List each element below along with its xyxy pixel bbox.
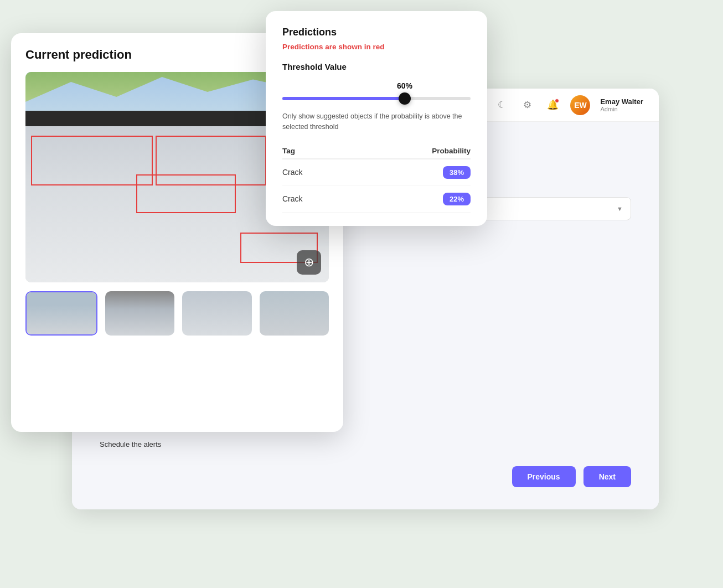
slider-value: 60% (397, 81, 412, 90)
user-role: Admin (600, 106, 617, 112)
table-row: Crack 22% (282, 185, 471, 212)
predictions-table: Tag Probability Crack 38% Crack 22% (282, 143, 471, 213)
table-row: Crack 38% (282, 159, 471, 186)
row-1-tag: Crack (282, 159, 347, 186)
user-name: Emay Walter (600, 97, 643, 106)
prob-badge-2: 22% (443, 193, 471, 205)
next-button[interactable]: Next (583, 466, 631, 487)
threshold-label: Threshold Value (282, 62, 471, 71)
row-2-probability: 22% (347, 185, 471, 212)
popup-title: Predictions (282, 27, 471, 38)
col-tag: Tag (282, 143, 347, 159)
col-probability: Probability (347, 143, 471, 159)
avatar[interactable]: EW (570, 95, 590, 115)
slider-fill (282, 97, 405, 100)
bbox-3 (136, 174, 236, 213)
settings-icon[interactable]: ⚙ (519, 97, 535, 113)
popup-subtitle: Predictions are shown in red (282, 43, 471, 51)
subclass-chevron-icon: ▼ (617, 205, 623, 212)
slider-thumb[interactable] (399, 92, 411, 105)
notification-icon[interactable]: 🔔 (545, 97, 560, 113)
popup-hint: Only show suggested objects if the proba… (282, 111, 471, 132)
popup-subtitle-prefix: Predictions are shown in (282, 43, 373, 51)
thumbnail-4[interactable] (260, 291, 329, 336)
popup-subtitle-color: red (373, 43, 385, 51)
row-2-tag: Crack (282, 185, 347, 212)
thumbnails-row (25, 291, 329, 336)
avatar-initials: EW (574, 101, 587, 110)
previous-button[interactable]: Previous (512, 466, 576, 487)
slider-container[interactable]: 60% (282, 81, 471, 100)
row-1-probability: 38% (347, 159, 471, 186)
prob-badge-1: 38% (443, 166, 471, 179)
thumbnail-1[interactable] (25, 291, 97, 336)
predictions-popup: Predictions Predictions are shown in red… (266, 11, 487, 226)
schedule-text: Schedule the alerts (100, 440, 161, 448)
slider-track[interactable] (282, 97, 471, 100)
bottom-actions: Previous Next (512, 466, 632, 487)
moon-icon[interactable]: ☾ (494, 97, 509, 113)
zoom-button[interactable]: ⊕ (297, 250, 321, 275)
user-info: Emay Walter Admin (600, 97, 643, 112)
thumbnail-3[interactable] (182, 291, 252, 336)
bbox-1 (31, 136, 153, 185)
thumbnail-2[interactable] (105, 291, 175, 336)
notification-badge (555, 99, 559, 103)
zoom-icon: ⊕ (304, 255, 314, 270)
